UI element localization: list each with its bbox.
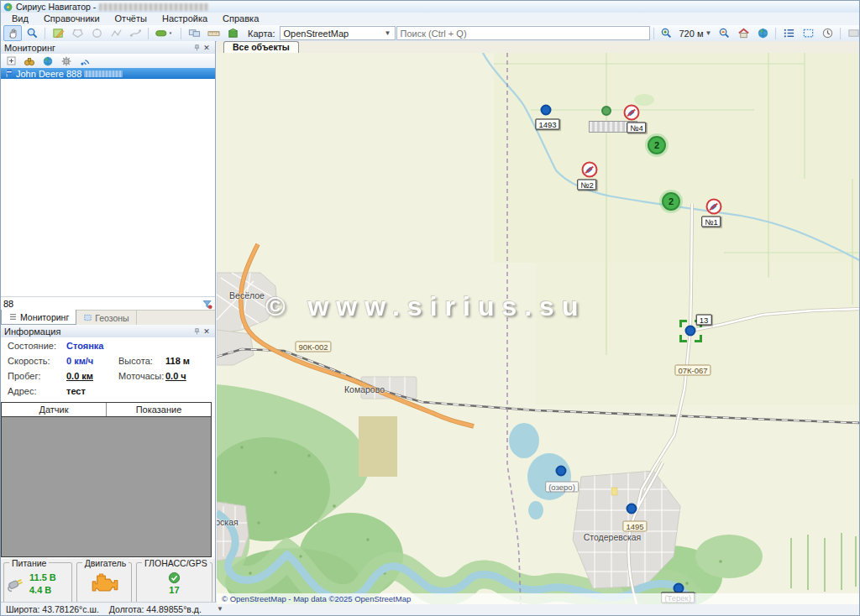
longitude-value: Долгота: 44.89855°в.д.	[109, 604, 202, 614]
magnifier-icon	[26, 27, 39, 39]
minimap-button[interactable]	[844, 25, 860, 41]
gps-gauge-label: ГЛОНАСС/GPS	[142, 558, 210, 568]
map-label-№1: №1	[701, 217, 721, 227]
menu-item-отчёты[interactable]: Отчёты	[108, 13, 155, 25]
clear-filter-button[interactable]	[200, 299, 215, 310]
track-color-button[interactable]	[152, 25, 177, 41]
map-canvas[interactable]: © www.sirius.su 221493№4№2№11390К-00207К…	[217, 53, 860, 604]
panel-tab-bar: Мониторинг Геозоны	[1, 310, 215, 325]
measure-button[interactable]	[204, 25, 223, 41]
map-cache-button[interactable]	[223, 25, 242, 41]
show-all-objects-button[interactable]	[753, 25, 772, 41]
legend-button[interactable]	[779, 25, 798, 41]
speed-label: Скорость:	[8, 356, 50, 366]
map-label-(озеро): (озеро)	[545, 482, 579, 493]
map-provider-value: OpenStreetMap	[284, 29, 349, 39]
map-marker-no-conn[interactable]	[624, 105, 640, 121]
close-icon[interactable]: ✕	[202, 326, 212, 337]
power-gauge-label: Питание	[9, 558, 49, 568]
zoom-in-button[interactable]	[658, 25, 676, 41]
map-marker-blue-dot[interactable]	[556, 466, 567, 477]
engine-icon	[89, 572, 119, 594]
map-marker-blue-dot[interactable]	[627, 504, 637, 514]
mileage-label: Пробег:	[8, 371, 41, 381]
menu-item-вид[interactable]: Вид	[4, 13, 36, 25]
selection-rect-icon	[802, 27, 815, 39]
map-marker-green-badge[interactable]: 2	[662, 192, 680, 211]
map-provider-select[interactable]: OpenStreetMap ▼	[280, 26, 396, 40]
hours-value[interactable]: 0.0 ч	[165, 371, 186, 381]
green-pill-icon	[155, 27, 175, 39]
show-on-map-button[interactable]	[40, 54, 55, 68]
history-time-button[interactable]	[818, 25, 836, 41]
sensors-column-reading[interactable]: Показание	[107, 403, 211, 416]
pin-icon[interactable]	[191, 326, 202, 337]
map-marker-green-dot[interactable]	[601, 106, 611, 116]
latitude-value: Широта: 43.78126°с.ш.	[6, 604, 99, 614]
menu-item-справочники[interactable]: Справочники	[36, 13, 108, 25]
map-provider-label: Карта:	[248, 29, 275, 39]
pan-tool-button[interactable]	[3, 25, 22, 41]
map-marker-no-conn[interactable]	[582, 162, 598, 178]
settings-button[interactable]	[59, 54, 74, 68]
polyline-icon	[110, 27, 123, 39]
map-label-Комарово: Комарово	[344, 384, 385, 394]
route-icon	[129, 27, 142, 39]
draw-polyline-button[interactable]	[107, 25, 125, 41]
sensors-table-header: Датчик Показание	[2, 403, 211, 417]
info-panel-title: Информация	[4, 326, 60, 337]
tree-item-vehicle[interactable]: John Deere 888	[1, 68, 215, 79]
map-label-90К-002: 90К-002	[295, 342, 331, 352]
tab-geozones[interactable]: Геозоны	[76, 311, 136, 325]
tab-monitoring[interactable]: Мониторинг	[1, 310, 76, 325]
draw-circle-button[interactable]	[87, 25, 106, 41]
list-tab-icon	[8, 312, 18, 321]
toolbar-separator	[840, 28, 841, 39]
menu-bar: ВидСправочникиОтчётыНастройкаСправка	[1, 13, 859, 25]
zoom-out-button[interactable]	[715, 25, 733, 41]
gauges-bar: Питание 11.5 В 4.4 В Двигатель	[1, 559, 215, 604]
state-value: Стоянка	[66, 341, 103, 351]
mileage-value[interactable]: 0.0 км	[66, 371, 93, 381]
monitors-icon	[188, 27, 201, 39]
map-label-07К-067: 07К-067	[674, 365, 711, 376]
map-label-1495: 1495	[622, 521, 647, 532]
info-panel-body: Состояние: Стоянка Скорость: 0 км/ч Высо…	[1, 337, 215, 402]
chevron-down-icon: ▼	[705, 29, 711, 37]
monitoring-panel-header: Мониторинг ✕	[1, 41, 215, 55]
connection-button[interactable]	[77, 54, 92, 68]
expand-all-button[interactable]	[3, 54, 18, 68]
map-scale-select[interactable]: 720 м ▼	[677, 29, 715, 39]
menu-item-справка[interactable]: Справка	[215, 13, 266, 25]
draw-polygon-button[interactable]	[68, 25, 87, 41]
plus-box-icon	[6, 55, 17, 66]
toolbar-separator	[653, 28, 654, 39]
close-icon[interactable]: ✕	[202, 43, 212, 53]
map-marker-blue-dot[interactable]	[685, 326, 696, 337]
map-marker-green-badge[interactable]: 2	[648, 136, 666, 154]
pin-icon[interactable]	[191, 43, 202, 53]
edit-map-button[interactable]	[49, 25, 67, 41]
split-view-button[interactable]	[185, 25, 203, 41]
search-input[interactable]	[396, 26, 650, 40]
sensors-column-sensor[interactable]: Датчик	[2, 403, 107, 416]
map-pane: Все объекты	[217, 41, 860, 604]
monitoring-panel: Мониторинг ✕	[1, 41, 216, 604]
chevron-down-icon[interactable]: ▼	[217, 605, 223, 613]
draw-route-button[interactable]	[126, 25, 144, 41]
address-value: тест	[66, 386, 86, 396]
home-view-button[interactable]	[734, 25, 752, 41]
selection-area-button[interactable]	[799, 25, 817, 41]
globe-package-icon	[227, 27, 239, 39]
map-marker-no-conn[interactable]	[706, 199, 722, 215]
zoom-tool-button[interactable]	[23, 25, 41, 41]
height-value: 118 м	[165, 356, 190, 366]
map-marker-blue-dot[interactable]	[541, 105, 552, 116]
toolbar-separator	[45, 28, 45, 39]
find-object-button[interactable]	[22, 54, 37, 68]
tree-filter-input[interactable]	[1, 299, 200, 309]
object-tree: John Deere 888	[1, 68, 215, 296]
tab-all-objects[interactable]: Все объекты	[223, 41, 299, 53]
menu-item-настройка[interactable]: Настройка	[155, 13, 215, 25]
funnel-icon	[202, 299, 213, 310]
